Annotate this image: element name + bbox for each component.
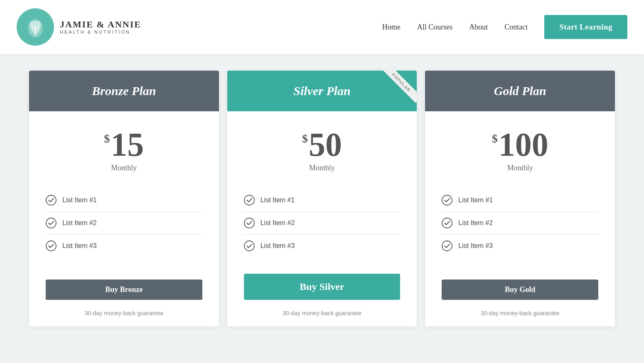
price-number-gold: 100	[499, 128, 548, 161]
svg-point-8	[442, 218, 452, 228]
start-learning-button[interactable]: Start Learning	[544, 15, 627, 39]
plan-guarantee-silver: 30-day money-back guarantee	[227, 304, 417, 326]
plan-price-gold: $ 100 Monthly	[425, 111, 615, 181]
buy-button-silver[interactable]: Buy Silver	[244, 274, 401, 300]
plan-card-silver: Silver Plan POPULAR $ 50 Monthly List It…	[227, 71, 417, 326]
feature-item-bronze-3: List Item #3	[46, 235, 202, 257]
logo-sub-text: HEALTH & NUTRITION	[60, 29, 141, 34]
price-row-gold: $ 100	[433, 128, 607, 161]
feature-label: List Item #3	[62, 242, 97, 250]
logo-icon	[17, 8, 54, 46]
check-icon-gold-1	[442, 195, 452, 206]
svg-point-2	[46, 218, 56, 228]
plan-cta-gold: Buy Gold	[425, 271, 615, 304]
nav-about[interactable]: About	[469, 23, 488, 32]
popular-label: POPULAR	[381, 71, 417, 103]
plan-card-bronze: Bronze Plan $ 15 Monthly List Item #1	[29, 71, 219, 326]
plan-card-gold: Gold Plan $ 100 Monthly List Item #1	[425, 71, 615, 326]
plan-price-bronze: $ 15 Monthly	[29, 111, 219, 181]
feature-item-gold-1: List Item #1	[442, 189, 598, 212]
pricing-section: Bronze Plan $ 15 Monthly List Item #1	[0, 54, 644, 351]
plan-cta-bronze: Buy Bronze	[29, 271, 219, 304]
check-icon-bronze-2	[46, 218, 57, 228]
feature-item-gold-3: List Item #3	[442, 235, 598, 257]
buy-button-bronze[interactable]: Buy Bronze	[46, 280, 202, 300]
price-dollar-bronze: $	[104, 132, 110, 145]
plan-features-silver: List Item #1 List Item #2 List Item #3	[227, 181, 417, 265]
price-period-gold: Monthly	[433, 164, 607, 172]
logo-main-text: JAMIE & ANNIE	[60, 20, 141, 29]
feature-label: List Item #1	[458, 196, 493, 204]
feature-item-silver-2: List Item #2	[244, 212, 401, 235]
site-header: JAMIE & ANNIE HEALTH & NUTRITION Home Al…	[0, 0, 644, 54]
svg-point-4	[244, 195, 254, 205]
price-period-silver: Monthly	[236, 164, 409, 172]
plan-title-bronze: Bronze Plan	[92, 84, 156, 98]
price-period-bronze: Monthly	[37, 164, 211, 172]
nav-home[interactable]: Home	[382, 23, 401, 32]
plan-features-gold: List Item #1 List Item #2 List Item #3	[425, 181, 615, 271]
feature-label: List Item #1	[261, 196, 295, 204]
check-icon-silver-1	[244, 195, 255, 206]
check-icon-bronze-1	[46, 195, 57, 206]
svg-point-9	[442, 241, 452, 251]
feature-item-silver-3: List Item #3	[244, 235, 401, 257]
feature-label: List Item #3	[261, 242, 295, 250]
check-icon-silver-3	[244, 240, 255, 251]
plan-cta-silver: Buy Silver	[227, 265, 417, 304]
plan-features-bronze: List Item #1 List Item #2 List Item #3	[29, 181, 219, 271]
price-row-silver: $ 50	[236, 128, 409, 161]
nav-all-courses[interactable]: All Courses	[417, 23, 453, 32]
check-icon-bronze-3	[46, 240, 57, 251]
check-icon-gold-2	[442, 218, 452, 228]
price-dollar-gold: $	[492, 132, 498, 145]
logo-text: JAMIE & ANNIE HEALTH & NUTRITION	[60, 20, 141, 34]
feature-label: List Item #2	[261, 219, 295, 227]
check-icon-silver-2	[244, 218, 255, 228]
logo-area: JAMIE & ANNIE HEALTH & NUTRITION	[17, 8, 141, 46]
svg-point-3	[46, 241, 56, 251]
svg-point-5	[244, 218, 254, 228]
popular-ribbon: POPULAR	[379, 71, 417, 108]
feature-item-bronze-1: List Item #1	[46, 189, 202, 212]
plan-title-silver: Silver Plan	[293, 84, 351, 98]
plan-header-silver: Silver Plan POPULAR	[227, 71, 417, 111]
plan-header-gold: Gold Plan	[425, 71, 615, 111]
feature-label: List Item #1	[62, 196, 97, 204]
price-number-bronze: 15	[111, 128, 144, 161]
main-nav: Home All Courses About Contact Start Lea…	[382, 15, 627, 39]
plan-price-silver: $ 50 Monthly	[227, 111, 417, 181]
plan-guarantee-gold: 30-day money-back guarantee	[425, 304, 615, 326]
price-dollar-silver: $	[302, 132, 308, 145]
plan-title-gold: Gold Plan	[494, 84, 546, 98]
svg-point-1	[46, 195, 56, 205]
svg-point-6	[244, 241, 254, 251]
feature-item-gold-2: List Item #2	[442, 212, 598, 235]
feature-item-silver-1: List Item #1	[244, 189, 401, 212]
buy-button-gold[interactable]: Buy Gold	[442, 280, 598, 300]
price-row-bronze: $ 15	[37, 128, 211, 161]
check-icon-gold-3	[442, 240, 452, 251]
feature-label: List Item #3	[458, 242, 493, 250]
svg-point-7	[442, 195, 452, 205]
plan-header-bronze: Bronze Plan	[29, 71, 219, 111]
feature-label: List Item #2	[62, 219, 97, 227]
price-number-silver: 50	[309, 128, 342, 161]
nav-contact[interactable]: Contact	[504, 23, 528, 32]
plan-guarantee-bronze: 30-day money-back guarantee	[29, 304, 219, 326]
feature-item-bronze-2: List Item #2	[46, 212, 202, 235]
feature-label: List Item #2	[458, 219, 493, 227]
